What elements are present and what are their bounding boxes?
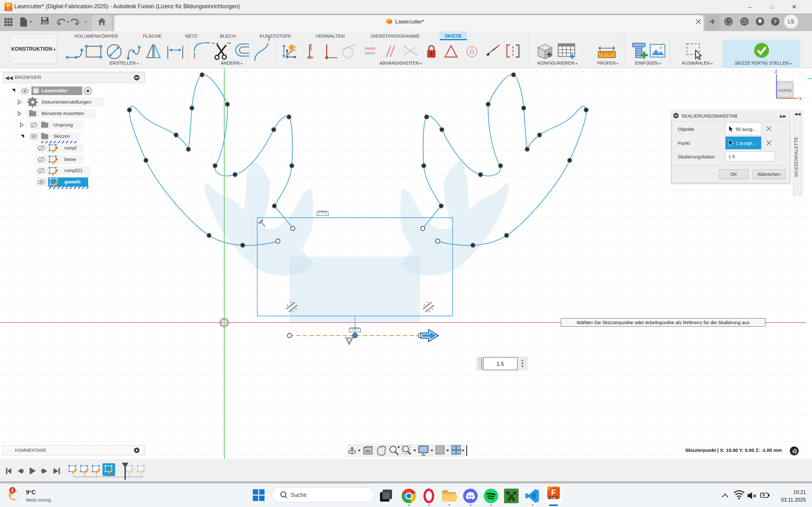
svg-text:F: F bbox=[551, 488, 556, 497]
svg-text:OK: OK bbox=[730, 171, 737, 177]
svg-text:X: X bbox=[799, 96, 802, 101]
svg-text:50 ausg...: 50 ausg... bbox=[735, 126, 757, 132]
svg-text:1 ausge...: 1 ausge... bbox=[735, 140, 757, 146]
svg-text:1.5: 1.5 bbox=[728, 154, 735, 159]
svg-text:Meist sonnig: Meist sonnig bbox=[26, 498, 51, 503]
svg-text:Abbrechen: Abbrechen bbox=[757, 171, 780, 177]
svg-text:Z: Z bbox=[775, 69, 777, 74]
svg-text:10:21: 10:21 bbox=[793, 490, 806, 495]
svg-text:?: ? bbox=[774, 19, 777, 25]
svg-text:▶▶: ▶▶ bbox=[780, 114, 786, 118]
svg-text:Skalierungsfaktor: Skalierungsfaktor bbox=[678, 154, 715, 159]
svg-text:LS: LS bbox=[788, 19, 794, 24]
svg-text:FUS: FUS bbox=[551, 497, 556, 499]
svg-text:2: 2 bbox=[11, 488, 14, 493]
svg-text:Lasercutter*: Lasercutter* bbox=[395, 19, 424, 25]
svg-text:VORNE: VORNE bbox=[778, 89, 792, 93]
svg-text:Punkt: Punkt bbox=[678, 140, 690, 146]
svg-text:SKALIERUNGSMAßSTAB: SKALIERUNGSMAßSTAB bbox=[681, 113, 737, 118]
svg-text:03.11.2025: 03.11.2025 bbox=[781, 497, 806, 503]
svg-text:Objekte: Objekte bbox=[678, 126, 694, 132]
svg-text:1.5: 1.5 bbox=[496, 361, 504, 367]
svg-text:Suche: Suche bbox=[291, 492, 307, 498]
svg-text:9°C: 9°C bbox=[26, 489, 36, 496]
